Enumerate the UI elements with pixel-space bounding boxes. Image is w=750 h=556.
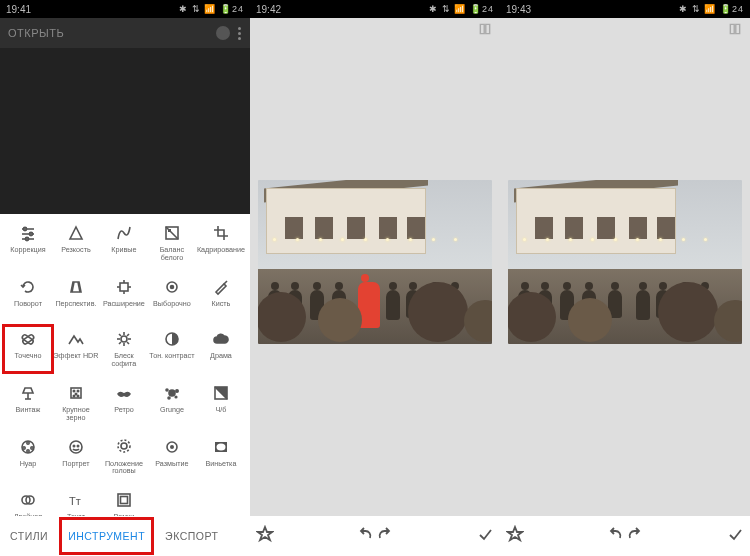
- edit-bottom-bar: [250, 516, 500, 556]
- tool-label: Grunge: [160, 406, 184, 420]
- crop-icon: [212, 224, 230, 242]
- tool-bw[interactable]: Ч/б: [196, 380, 246, 426]
- tool-noir[interactable]: Нуар: [4, 434, 52, 480]
- tutorial-icon[interactable]: [478, 22, 492, 40]
- tool-curves[interactable]: Кривые: [100, 220, 148, 266]
- redo-button[interactable]: [375, 525, 393, 547]
- tool-retro[interactable]: Ретро: [100, 380, 148, 426]
- bottom-tabs: СТИЛИ ИНСТРУМЕНТ ЭКСПОРТ: [0, 516, 250, 556]
- triangle-icon: [67, 224, 85, 242]
- tool-selective[interactable]: Выборочно: [148, 274, 196, 318]
- status-icons: ✱ ⇅ 📶 🔋24: [679, 4, 744, 14]
- reel-icon: [19, 438, 37, 456]
- rotate-icon: [19, 278, 37, 296]
- star-button[interactable]: [256, 525, 274, 547]
- screen-tools: 19:41 ✱ ⇅ 📶 🔋24 ОТКРЫТЬ КоррекцияРезкост…: [0, 0, 250, 556]
- tool-grainy[interactable]: Крупное зерно: [52, 380, 100, 426]
- sliders-icon: [19, 224, 37, 242]
- status-time: 19:41: [6, 4, 31, 15]
- status-time: 19:43: [506, 4, 531, 15]
- status-icons: ✱ ⇅ 📶 🔋24: [179, 4, 244, 14]
- tool-label: Крупное зерно: [53, 406, 99, 422]
- undo-button[interactable]: [607, 525, 625, 547]
- tool-expand[interactable]: Расширение: [100, 274, 148, 318]
- tool-grid: КоррекцияРезкостьКривыеБаланс белогоКадр…: [0, 214, 250, 537]
- more-menu-icon[interactable]: [238, 27, 242, 40]
- tool-sharpness[interactable]: Резкость: [52, 220, 100, 266]
- tool-healing[interactable]: Точечно: [4, 326, 52, 372]
- tool-portrait[interactable]: Портрет: [52, 434, 100, 480]
- tool-label: Ретро: [114, 406, 134, 420]
- photo-canvas[interactable]: [258, 180, 492, 344]
- tool-tonal[interactable]: Тон. контраст: [148, 326, 196, 372]
- screen-healing-result: 19:43 ✱ ⇅ 📶 🔋24: [500, 0, 750, 556]
- apply-button[interactable]: [726, 525, 744, 547]
- tool-label: Положение головы: [101, 460, 147, 476]
- tool-label: Размытие: [155, 460, 188, 474]
- tool-grunge[interactable]: Grunge: [148, 380, 196, 426]
- edit-bottom-bar: [500, 516, 750, 556]
- tool-drama[interactable]: Драма: [196, 326, 246, 372]
- tool-brush[interactable]: Кисть: [196, 274, 246, 318]
- cloud-icon: [212, 330, 230, 348]
- status-bar: 19:42 ✱ ⇅ 📶 🔋24: [250, 0, 500, 18]
- tool-label: Драма: [210, 352, 232, 366]
- tool-label: Перспектив.: [55, 300, 96, 314]
- splat-icon: [163, 384, 181, 402]
- grain-icon: [67, 384, 85, 402]
- dexp-icon: [19, 491, 37, 509]
- tab-export[interactable]: ЭКСПОРТ: [155, 516, 228, 556]
- frame-icon: [115, 491, 133, 509]
- tool-headpose[interactable]: Положение головы: [100, 434, 148, 480]
- vignette-icon: [212, 438, 230, 456]
- tool-label: Эффект HDR: [53, 352, 98, 366]
- mountain-icon: [67, 330, 85, 348]
- undo-button[interactable]: [357, 525, 375, 547]
- tool-label: Точечно: [15, 352, 42, 366]
- bw-icon: [212, 384, 230, 402]
- star-button[interactable]: [506, 525, 524, 547]
- tab-instrument[interactable]: ИНСТРУМЕНТ: [58, 516, 155, 556]
- tab-styles[interactable]: СТИЛИ: [0, 516, 58, 556]
- lamp-icon: [19, 384, 37, 402]
- tool-label: Резкость: [61, 246, 90, 260]
- tool-label: Ч/б: [215, 406, 226, 420]
- redo-button[interactable]: [625, 525, 643, 547]
- halfcircle-icon: [163, 330, 181, 348]
- status-bar: 19:43 ✱ ⇅ 📶 🔋24: [500, 0, 750, 18]
- tool-rotate[interactable]: Поворот: [4, 274, 52, 318]
- tool-glamour[interactable]: Блеск софита: [100, 326, 148, 372]
- screen-healing-edit: 19:42 ✱ ⇅ 📶 🔋24: [250, 0, 500, 556]
- text-icon: [67, 491, 85, 509]
- tool-white-balance[interactable]: Баланс белого: [148, 220, 196, 266]
- tool-label: Баланс белого: [149, 246, 195, 262]
- tool-crop[interactable]: Кадрирование: [196, 220, 246, 266]
- tool-perspective[interactable]: Перспектив.: [52, 274, 100, 318]
- app-topbar: ОТКРЫТЬ: [0, 18, 250, 48]
- tool-hdr[interactable]: Эффект HDR: [52, 326, 100, 372]
- tool-label: Портрет: [62, 460, 89, 474]
- status-time: 19:42: [256, 4, 281, 15]
- expand-icon: [115, 278, 133, 296]
- tool-vignette[interactable]: Виньетка: [196, 434, 246, 480]
- tool-blur[interactable]: Размытие: [148, 434, 196, 480]
- wb-icon: [163, 224, 181, 242]
- status-bar: 19:41 ✱ ⇅ 📶 🔋24: [0, 0, 250, 18]
- tool-label: Блеск софита: [101, 352, 147, 368]
- star-icon: [115, 330, 133, 348]
- open-button[interactable]: ОТКРЫТЬ: [8, 27, 64, 39]
- photo-canvas[interactable]: [508, 180, 742, 344]
- persp-icon: [67, 278, 85, 296]
- apply-button[interactable]: [476, 525, 494, 547]
- tool-label: Тон. контраст: [149, 352, 194, 366]
- curve-icon: [115, 224, 133, 242]
- tool-label: Винтаж: [16, 406, 41, 420]
- tool-label: Виньетка: [206, 460, 237, 474]
- tool-correction[interactable]: Коррекция: [4, 220, 52, 266]
- tool-label: Нуар: [20, 460, 37, 474]
- status-icons: ✱ ⇅ 📶 🔋24: [429, 4, 494, 14]
- tool-vintage[interactable]: Винтаж: [4, 380, 52, 426]
- account-icon[interactable]: [216, 26, 230, 40]
- headpose-icon: [115, 438, 133, 456]
- tutorial-icon[interactable]: [728, 22, 742, 40]
